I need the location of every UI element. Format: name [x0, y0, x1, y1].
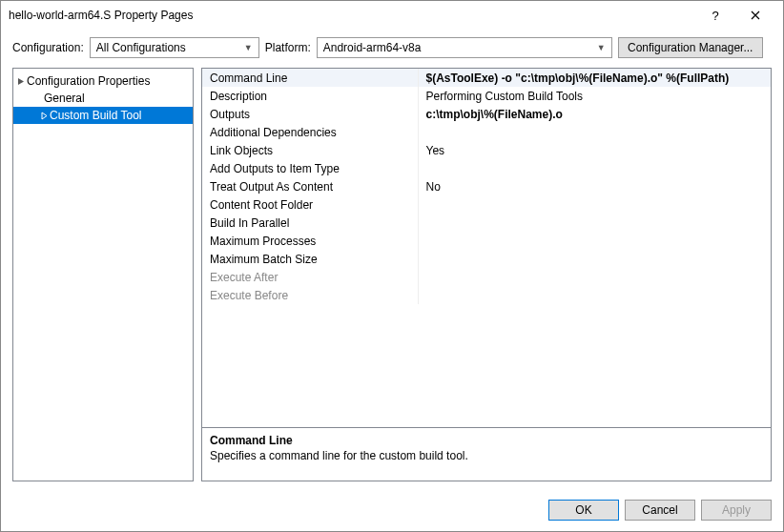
property-name: Maximum Processes — [202, 232, 418, 250]
property-name: Add Outputs to Item Type — [202, 159, 418, 177]
configuration-toolbar: Configuration: All Configurations ▼ Plat… — [1, 30, 783, 68]
property-row[interactable]: Additional Dependencies — [202, 123, 771, 141]
property-row[interactable]: Outputsc:\tmp\obj\%(FileName).o — [202, 105, 771, 123]
property-row[interactable]: Treat Output As ContentNo — [202, 177, 771, 195]
property-row[interactable]: Content Root Folder — [202, 195, 771, 214]
close-icon — [751, 10, 760, 20]
tree-item-general[interactable]: General — [13, 90, 193, 107]
property-value[interactable] — [418, 250, 771, 268]
property-row[interactable]: DescriptionPerforming Custom Build Tools — [202, 87, 771, 105]
description-title: Command Line — [210, 434, 763, 447]
property-row[interactable]: Execute Before — [202, 286, 771, 304]
property-value[interactable] — [418, 195, 771, 214]
platform-label: Platform: — [265, 41, 311, 54]
window-title: hello-world-arm64.S Property Pages — [9, 9, 695, 22]
property-value[interactable] — [418, 159, 771, 177]
property-name: Execute After — [202, 268, 418, 286]
property-grid[interactable]: Command Line$(AsToolExe) -o "c:\tmp\obj\… — [201, 68, 772, 428]
configuration-value: All Configurations — [96, 41, 186, 54]
property-name: Outputs — [202, 105, 418, 123]
property-value[interactable] — [418, 286, 771, 304]
platform-value: Android-arm64-v8a — [323, 41, 422, 54]
property-row[interactable]: Build In Parallel — [202, 214, 771, 232]
property-row[interactable]: Maximum Batch Size — [202, 250, 771, 268]
property-name: Link Objects — [202, 141, 418, 159]
body: Configuration Properties General Custom … — [1, 68, 783, 489]
property-value[interactable]: Yes — [418, 141, 771, 159]
content-pane: Command Line$(AsToolExe) -o "c:\tmp\obj\… — [201, 68, 772, 481]
property-name: Build In Parallel — [202, 214, 418, 232]
apply-button: Apply — [701, 500, 772, 521]
property-value[interactable] — [418, 214, 771, 232]
titlebar: hello-world-arm64.S Property Pages ? — [1, 1, 783, 30]
property-value[interactable] — [418, 123, 771, 141]
description-text: Specifies a command line for the custom … — [210, 449, 763, 462]
collapse-icon[interactable] — [15, 77, 27, 86]
property-row[interactable]: Add Outputs to Item Type — [202, 159, 771, 177]
property-value[interactable]: c:\tmp\obj\%(FileName).o — [418, 105, 771, 123]
property-name: Command Line — [202, 69, 418, 87]
configuration-label: Configuration: — [12, 41, 84, 54]
tree-item-configuration-properties[interactable]: Configuration Properties — [13, 72, 193, 90]
property-value[interactable]: $(AsToolExe) -o "c:\tmp\obj\%(FileName).… — [418, 69, 771, 87]
property-value[interactable] — [418, 268, 771, 286]
property-value[interactable] — [418, 232, 771, 250]
chevron-down-icon: ▼ — [244, 43, 253, 52]
navigation-tree[interactable]: Configuration Properties General Custom … — [12, 68, 194, 481]
tree-label: Custom Build Tool — [50, 109, 142, 122]
property-row[interactable]: Command Line$(AsToolExe) -o "c:\tmp\obj\… — [202, 69, 771, 87]
dialog-footer: OK Cancel Apply — [1, 489, 783, 531]
description-pane: Command Line Specifies a command line fo… — [201, 428, 772, 481]
property-name: Execute Before — [202, 286, 418, 304]
property-name: Content Root Folder — [202, 195, 418, 214]
tree-item-custom-build-tool[interactable]: Custom Build Tool — [13, 107, 193, 124]
property-name: Additional Dependencies — [202, 123, 418, 141]
tree-label: Configuration Properties — [27, 74, 150, 88]
property-row[interactable]: Maximum Processes — [202, 232, 771, 250]
ok-button[interactable]: OK — [548, 500, 619, 521]
property-name: Treat Output As Content — [202, 177, 418, 195]
property-value[interactable]: Performing Custom Build Tools — [418, 87, 771, 105]
expand-icon[interactable] — [38, 112, 50, 120]
configuration-manager-button[interactable]: Configuration Manager... — [618, 37, 763, 58]
property-name: Maximum Batch Size — [202, 250, 418, 268]
configuration-dropdown[interactable]: All Configurations ▼ — [90, 37, 259, 58]
property-table: Command Line$(AsToolExe) -o "c:\tmp\obj\… — [202, 69, 771, 304]
property-pages-dialog: hello-world-arm64.S Property Pages ? Con… — [0, 0, 784, 532]
property-row[interactable]: Link ObjectsYes — [202, 141, 771, 159]
property-name: Description — [202, 87, 418, 105]
tree-label: General — [44, 92, 85, 105]
property-row[interactable]: Execute After — [202, 268, 771, 286]
chevron-down-icon: ▼ — [597, 43, 606, 52]
help-button[interactable]: ? — [695, 2, 735, 29]
platform-dropdown[interactable]: Android-arm64-v8a ▼ — [317, 37, 612, 58]
cancel-button[interactable]: Cancel — [625, 500, 695, 521]
close-button[interactable] — [735, 2, 775, 29]
property-value[interactable]: No — [418, 177, 771, 195]
